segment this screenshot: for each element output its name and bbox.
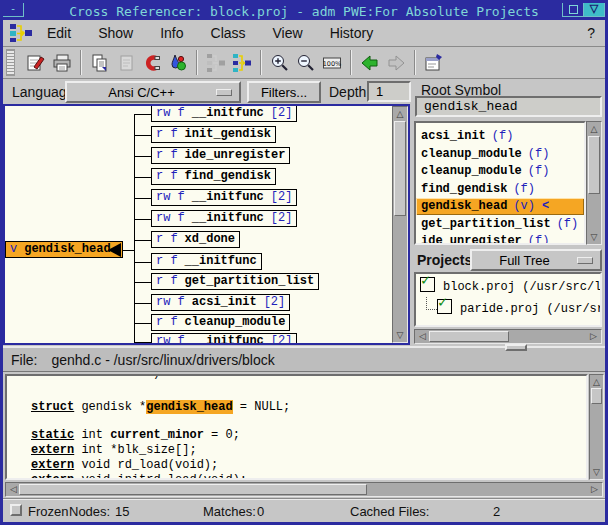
scroll-down-icon[interactable]: ▽	[587, 231, 601, 243]
matches-count: 0	[257, 504, 264, 519]
graph-vertical-scrollbar[interactable]: △ ▽	[392, 106, 408, 343]
window-menu-button[interactable]: -	[2, 2, 24, 17]
code-line: extern void initrd_load(void);	[31, 473, 247, 480]
projects-tree[interactable]: ✓block.proj (/usr/src/lin✓paride.proj (/…	[414, 272, 602, 327]
file-path: genhd.c - /usr/src/linux/drivers/block	[51, 352, 274, 368]
symbol-list-item-gendisk_head[interactable]: gendisk_head(v)<	[416, 198, 584, 215]
code-horizontal-scrollbar[interactable]: ◁ ▷	[5, 482, 603, 497]
scroll-up-icon[interactable]: △	[590, 376, 603, 388]
document-icon[interactable]	[113, 51, 139, 75]
scroll-up-icon[interactable]: △	[587, 123, 601, 135]
symbol-list-item-get_partition_list[interactable]: get_partition_list(f)	[416, 216, 584, 233]
filters-button[interactable]: Filters...	[247, 81, 321, 103]
graph-node-cleanup_module[interactable]: r fcleanup_module	[151, 314, 290, 331]
paint-icon[interactable]	[165, 51, 191, 75]
zoom-in-icon[interactable]	[267, 51, 293, 75]
graph-scroll-thumb[interactable]	[394, 121, 406, 216]
root-symbol-scrollbar[interactable]: △ ▽	[586, 121, 602, 245]
language-option-menu[interactable]: Ansi C/C++	[65, 81, 241, 103]
projects-horizontal-scrollbar[interactable]: ◁ ▷	[414, 329, 602, 344]
zoom-100-icon[interactable]: 100%	[319, 51, 345, 75]
root-symbol-scroll-thumb[interactable]	[588, 136, 600, 194]
xref-icon[interactable]	[203, 51, 229, 75]
root-symbol-input[interactable]: gendisk_head	[415, 96, 602, 117]
graph-branch-line	[134, 323, 151, 324]
graph-branch-line	[134, 303, 151, 304]
graph-node-find_gendisk[interactable]: r ffind_gendisk	[151, 168, 276, 185]
scroll-left-icon[interactable]: ◁	[416, 330, 429, 343]
scroll-down-icon[interactable]: ▽	[393, 329, 407, 341]
project-mode-value: Full Tree	[472, 253, 577, 268]
graph-node-get_partition_list[interactable]: r fget_partition_list	[151, 273, 319, 290]
project-item-paride.proj[interactable]: ✓paride.proj (/usr/src	[437, 299, 602, 319]
graph-node-__initfunc[interactable]: r f__initfunc	[151, 253, 262, 270]
copy-icon[interactable]	[87, 51, 113, 75]
graph-node-__initfunc[interactable]: rw f__initfunc[2]	[151, 333, 297, 343]
scroll-up-icon[interactable]: △	[393, 108, 407, 120]
maximize-button[interactable]	[562, 2, 584, 17]
graph-node-__initfunc[interactable]: rw f__initfunc[2]	[151, 210, 297, 227]
symbol-list-item-find_gendisk[interactable]: find_gendisk(f)	[416, 181, 584, 198]
filters-button-label: Filters...	[261, 85, 307, 100]
menu-item-show[interactable]: Show	[98, 25, 133, 41]
projects-scroll-thumb[interactable]	[429, 331, 509, 342]
zoom-out-icon[interactable]	[293, 51, 319, 75]
code-vertical-scrollbar[interactable]: △ ▽	[589, 374, 604, 480]
menu-item-class[interactable]: Class	[211, 25, 246, 41]
toolbar-groups: 100%	[23, 50, 447, 75]
status-bar: Frozen Nodes: 15 Matches: 0 Cached Files…	[3, 500, 605, 522]
graph-node-ide_unregister[interactable]: r fide_unregister	[151, 147, 290, 164]
menu-item-info[interactable]: Info	[160, 25, 183, 41]
code-scroll-thumb-h[interactable]	[19, 484, 367, 495]
project-mode-option-menu[interactable]: Full Tree	[470, 249, 602, 271]
scroll-right-icon[interactable]: ▷	[587, 330, 600, 343]
edit-note-icon[interactable]	[23, 51, 49, 75]
symbol-list-item-ide_unregister[interactable]: ide_unregister(f)	[416, 233, 584, 245]
graph-node-acsi_init[interactable]: rw facsi_init[2]	[151, 294, 290, 311]
forward-icon[interactable]	[383, 51, 409, 75]
code-line: extern int *blk_size[];	[31, 443, 197, 457]
title-bar[interactable]: Cross Referencer: block.proj - adm PWE:F…	[3, 3, 605, 20]
menu-item-view[interactable]: View	[273, 25, 303, 41]
back-icon[interactable]	[357, 51, 383, 75]
project-checkbox[interactable]: ✓	[437, 299, 452, 314]
scroll-right-icon[interactable]: ▷	[588, 483, 601, 496]
frozen-checkbox[interactable]	[10, 504, 22, 516]
code-line: struct gendisk *gendisk_head = NULL;	[31, 400, 290, 414]
graph-node-__initfunc[interactable]: rw f__initfunc[2]	[151, 106, 297, 122]
graph-branch-line	[134, 156, 151, 157]
menu-item-edit[interactable]: Edit	[47, 25, 71, 41]
symbol-list-item-acsi_init[interactable]: acsi_init(f)	[416, 128, 584, 145]
code-content[interactable]: */struct gendisk *gendisk_head = NULL;st…	[5, 374, 588, 480]
pane-sash-handle[interactable]	[505, 344, 527, 351]
graph-root-node-gendisk_head[interactable]: vgendisk_head	[5, 241, 123, 258]
scroll-down-icon[interactable]: ▽	[590, 466, 603, 478]
hierarchy-icon[interactable]	[229, 51, 255, 75]
toolbar-separator	[196, 50, 198, 75]
toolbar-grip-handle[interactable]	[6, 49, 15, 76]
print-icon[interactable]	[49, 51, 75, 75]
toolbar-separator	[80, 50, 82, 75]
properties-icon[interactable]	[421, 51, 447, 75]
graph-branch-line	[134, 177, 151, 178]
depth-input[interactable]: 1	[367, 81, 411, 102]
shade-button[interactable]: ▽	[583, 2, 605, 17]
help-menu[interactable]: ?	[587, 25, 595, 41]
symbol-list-item-cleanup_module[interactable]: cleanup_module(f)	[416, 146, 584, 163]
project-checkbox[interactable]: ✓	[420, 277, 435, 292]
magnet-icon[interactable]	[139, 51, 165, 75]
graph-node-__initfunc[interactable]: rw f__initfunc[2]	[151, 189, 297, 206]
graph-branch-line	[134, 342, 151, 343]
graph-branch-line	[134, 282, 151, 283]
root-symbol-list[interactable]: acsi_init(f)cleanup_module(f)cleanup_mod…	[414, 121, 586, 245]
toolbar: 100%	[3, 47, 605, 79]
symbol-list-item-cleanup_module[interactable]: cleanup_module(f)	[416, 163, 584, 180]
graph-node-xd_done[interactable]: r fxd_done	[151, 231, 240, 248]
depth-value: 1	[376, 84, 383, 99]
menu-item-history[interactable]: History	[330, 25, 374, 41]
project-item-block.proj[interactable]: ✓block.proj (/usr/src/lin	[420, 277, 602, 297]
code-scroll-thumb[interactable]	[591, 388, 602, 404]
graph-root-connector	[123, 250, 134, 251]
graph-node-init_gendisk[interactable]: r finit_gendisk	[151, 126, 276, 143]
graph-canvas[interactable]: rw f__initfunc[2]r finit_gendiskr fide_u…	[5, 106, 392, 343]
